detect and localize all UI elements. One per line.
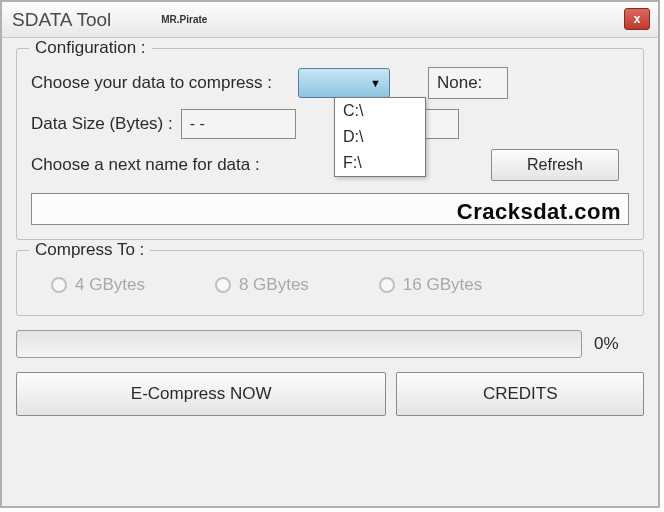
progress-bar (16, 330, 582, 358)
radio-8gb-label: 8 GBytes (239, 275, 309, 295)
drive-option-f[interactable]: F:\ (335, 150, 425, 176)
radio-icon (379, 277, 395, 293)
drive-combobox[interactable]: ▼ (298, 68, 390, 98)
window-title: SDATA Tool (12, 9, 111, 31)
radio-icon (51, 277, 67, 293)
choose-data-label: Choose your data to compress : (31, 73, 272, 93)
choose-row: Choose your data to compress : ▼ None: C… (31, 67, 629, 99)
datasize-row: Data Size (Bytes) : - - ) : - - (31, 109, 629, 139)
watermark-text: Cracksdat.com (457, 199, 621, 225)
credits-button[interactable]: CREDITS (396, 372, 644, 416)
choosename-row: Choose a next name for data : Refresh (31, 149, 629, 181)
close-icon: x (634, 12, 641, 26)
main-window: SDATA Tool MR.Pirate x Configuration : C… (0, 0, 660, 508)
progress-percent: 0% (594, 334, 644, 354)
drive-option-c[interactable]: C:\ (335, 98, 425, 124)
configuration-group: Configuration : Choose your data to comp… (16, 48, 644, 240)
refresh-button[interactable]: Refresh (491, 149, 619, 181)
radio-4gb-label: 4 GBytes (75, 275, 145, 295)
compress-to-group: Compress To : 4 GBytes 8 GBytes 16 GByte… (16, 250, 644, 316)
titlebar: SDATA Tool MR.Pirate x (2, 2, 658, 38)
close-button[interactable]: x (624, 8, 650, 30)
none-label: None: (437, 73, 482, 93)
none-box: None: (428, 67, 508, 99)
data-size-value: - - (181, 109, 296, 139)
choose-name-label: Choose a next name for data : (31, 155, 260, 175)
drive-option-d[interactable]: D:\ (335, 124, 425, 150)
radio-8gb[interactable]: 8 GBytes (215, 275, 309, 295)
window-subtitle: MR.Pirate (161, 14, 207, 25)
radio-4gb[interactable]: 4 GBytes (51, 275, 145, 295)
compress-to-title: Compress To : (29, 240, 150, 260)
progress-row: 0% (16, 330, 644, 358)
radio-icon (215, 277, 231, 293)
ecompress-button[interactable]: E-Compress NOW (16, 372, 386, 416)
radio-16gb-label: 16 GBytes (403, 275, 482, 295)
chevron-down-icon: ▼ (370, 77, 381, 89)
compress-options: 4 GBytes 8 GBytes 16 GBytes (31, 275, 629, 295)
configuration-title: Configuration : (29, 38, 152, 58)
drive-dropdown: C:\ D:\ F:\ (334, 97, 426, 177)
data-size-label: Data Size (Bytes) : (31, 114, 173, 134)
radio-16gb[interactable]: 16 GBytes (379, 275, 482, 295)
content-area: Configuration : Choose your data to comp… (2, 38, 658, 506)
action-buttons: E-Compress NOW CREDITS (16, 372, 644, 416)
